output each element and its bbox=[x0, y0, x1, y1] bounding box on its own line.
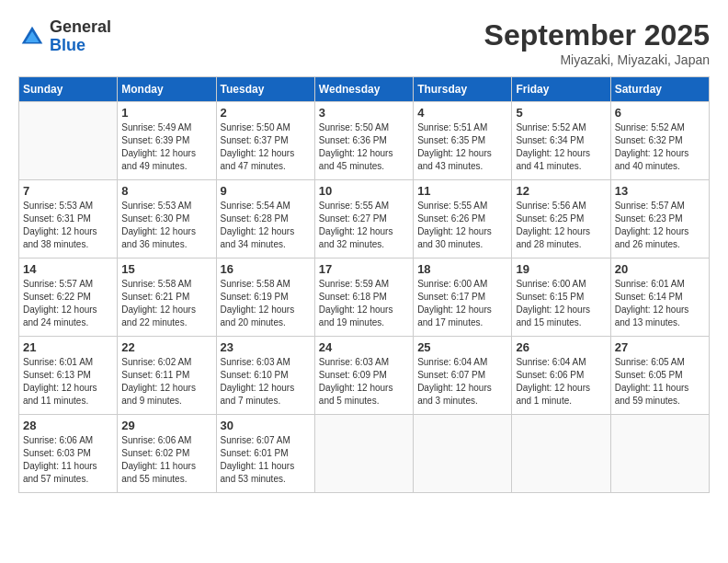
day-cell bbox=[610, 415, 709, 493]
day-cell: 1Sunrise: 5:49 AM Sunset: 6:39 PM Daylig… bbox=[118, 102, 216, 180]
day-cell: 22Sunrise: 6:02 AM Sunset: 6:11 PM Dayli… bbox=[118, 337, 216, 415]
day-cell bbox=[19, 102, 118, 180]
weekday-header-row: SundayMondayTuesdayWednesdayThursdayFrid… bbox=[19, 77, 710, 102]
month-title: September 2025 bbox=[484, 18, 710, 52]
day-cell: 30Sunrise: 6:07 AM Sunset: 6:01 PM Dayli… bbox=[216, 415, 314, 493]
title-area: September 2025 Miyazaki, Miyazaki, Japan bbox=[484, 18, 710, 67]
logo: General Blue bbox=[18, 18, 111, 55]
day-cell: 27Sunrise: 6:05 AM Sunset: 6:05 PM Dayli… bbox=[610, 337, 709, 415]
day-info: Sunrise: 5:56 AM Sunset: 6:25 PM Dayligh… bbox=[516, 200, 606, 251]
day-number: 8 bbox=[121, 184, 211, 198]
day-info: Sunrise: 6:03 AM Sunset: 6:10 PM Dayligh… bbox=[221, 356, 311, 408]
day-info: Sunrise: 6:03 AM Sunset: 6:09 PM Dayligh… bbox=[319, 356, 409, 408]
day-number: 17 bbox=[319, 262, 409, 276]
day-cell: 18Sunrise: 6:00 AM Sunset: 6:17 PM Dayli… bbox=[414, 259, 512, 337]
weekday-header-sunday: Sunday bbox=[19, 77, 118, 102]
day-info: Sunrise: 5:50 AM Sunset: 6:37 PM Dayligh… bbox=[221, 121, 311, 173]
weekday-header-thursday: Thursday bbox=[414, 77, 512, 102]
day-info: Sunrise: 5:55 AM Sunset: 6:26 PM Dayligh… bbox=[417, 200, 507, 251]
day-number: 1 bbox=[121, 106, 211, 120]
day-cell: 12Sunrise: 5:56 AM Sunset: 6:25 PM Dayli… bbox=[512, 180, 610, 259]
weekday-header-wednesday: Wednesday bbox=[314, 77, 413, 102]
day-number: 27 bbox=[615, 340, 705, 354]
day-info: Sunrise: 5:55 AM Sunset: 6:27 PM Dayligh… bbox=[319, 200, 409, 251]
day-cell bbox=[512, 415, 610, 493]
day-info: Sunrise: 6:04 AM Sunset: 6:06 PM Dayligh… bbox=[516, 356, 606, 408]
day-info: Sunrise: 5:52 AM Sunset: 6:34 PM Dayligh… bbox=[516, 121, 606, 173]
day-cell: 26Sunrise: 6:04 AM Sunset: 6:06 PM Dayli… bbox=[512, 337, 610, 415]
weekday-header-tuesday: Tuesday bbox=[216, 77, 314, 102]
day-number: 5 bbox=[516, 106, 606, 120]
day-info: Sunrise: 5:51 AM Sunset: 6:35 PM Dayligh… bbox=[417, 121, 507, 173]
day-number: 28 bbox=[23, 419, 113, 432]
day-cell bbox=[414, 415, 512, 493]
day-number: 14 bbox=[23, 262, 113, 276]
day-number: 18 bbox=[417, 262, 507, 276]
day-number: 16 bbox=[221, 262, 311, 276]
day-cell: 3Sunrise: 5:50 AM Sunset: 6:36 PM Daylig… bbox=[314, 102, 413, 180]
day-number: 2 bbox=[221, 106, 311, 120]
day-number: 6 bbox=[615, 106, 705, 120]
day-cell: 24Sunrise: 6:03 AM Sunset: 6:09 PM Dayli… bbox=[314, 337, 413, 415]
day-info: Sunrise: 6:00 AM Sunset: 6:17 PM Dayligh… bbox=[417, 278, 507, 329]
day-info: Sunrise: 5:57 AM Sunset: 6:23 PM Dayligh… bbox=[615, 200, 705, 251]
day-info: Sunrise: 5:52 AM Sunset: 6:32 PM Dayligh… bbox=[615, 121, 705, 173]
day-number: 24 bbox=[319, 340, 409, 354]
day-number: 11 bbox=[417, 184, 507, 198]
day-number: 25 bbox=[417, 340, 507, 354]
day-cell: 9Sunrise: 5:54 AM Sunset: 6:28 PM Daylig… bbox=[216, 180, 314, 259]
weekday-header-friday: Friday bbox=[512, 77, 610, 102]
day-cell: 2Sunrise: 5:50 AM Sunset: 6:37 PM Daylig… bbox=[216, 102, 314, 180]
day-cell: 13Sunrise: 5:57 AM Sunset: 6:23 PM Dayli… bbox=[610, 180, 709, 259]
day-cell: 21Sunrise: 6:01 AM Sunset: 6:13 PM Dayli… bbox=[19, 337, 118, 415]
day-info: Sunrise: 5:58 AM Sunset: 6:21 PM Dayligh… bbox=[121, 278, 211, 329]
day-info: Sunrise: 6:01 AM Sunset: 6:13 PM Dayligh… bbox=[23, 356, 113, 408]
logo-text: General Blue bbox=[50, 18, 111, 55]
day-info: Sunrise: 6:00 AM Sunset: 6:15 PM Dayligh… bbox=[516, 278, 606, 329]
day-cell: 10Sunrise: 5:55 AM Sunset: 6:27 PM Dayli… bbox=[314, 180, 413, 259]
day-cell: 16Sunrise: 5:58 AM Sunset: 6:19 PM Dayli… bbox=[216, 259, 314, 337]
day-number: 15 bbox=[121, 262, 211, 276]
day-cell: 4Sunrise: 5:51 AM Sunset: 6:35 PM Daylig… bbox=[414, 102, 512, 180]
day-number: 13 bbox=[615, 184, 705, 198]
day-cell: 11Sunrise: 5:55 AM Sunset: 6:26 PM Dayli… bbox=[414, 180, 512, 259]
day-number: 3 bbox=[319, 106, 409, 120]
day-info: Sunrise: 5:49 AM Sunset: 6:39 PM Dayligh… bbox=[121, 121, 211, 173]
day-cell: 14Sunrise: 5:57 AM Sunset: 6:22 PM Dayli… bbox=[19, 259, 118, 337]
day-info: Sunrise: 6:06 AM Sunset: 6:03 PM Dayligh… bbox=[23, 434, 113, 486]
day-info: Sunrise: 5:53 AM Sunset: 6:30 PM Dayligh… bbox=[121, 200, 211, 251]
day-number: 9 bbox=[221, 184, 311, 198]
day-info: Sunrise: 5:53 AM Sunset: 6:31 PM Dayligh… bbox=[23, 200, 113, 251]
day-number: 29 bbox=[121, 419, 211, 432]
day-info: Sunrise: 6:05 AM Sunset: 6:05 PM Dayligh… bbox=[615, 356, 705, 408]
logo-general-text: General bbox=[50, 18, 111, 37]
day-cell: 25Sunrise: 6:04 AM Sunset: 6:07 PM Dayli… bbox=[414, 337, 512, 415]
day-cell: 6Sunrise: 5:52 AM Sunset: 6:32 PM Daylig… bbox=[610, 102, 709, 180]
logo-blue-text: Blue bbox=[50, 37, 111, 55]
day-cell: 19Sunrise: 6:00 AM Sunset: 6:15 PM Dayli… bbox=[512, 259, 610, 337]
day-number: 4 bbox=[417, 106, 507, 120]
day-cell: 8Sunrise: 5:53 AM Sunset: 6:30 PM Daylig… bbox=[118, 180, 216, 259]
week-row-5: 28Sunrise: 6:06 AM Sunset: 6:03 PM Dayli… bbox=[19, 415, 710, 493]
day-number: 7 bbox=[23, 184, 113, 198]
day-cell: 29Sunrise: 6:06 AM Sunset: 6:02 PM Dayli… bbox=[118, 415, 216, 493]
day-cell: 17Sunrise: 5:59 AM Sunset: 6:18 PM Dayli… bbox=[314, 259, 413, 337]
day-number: 10 bbox=[319, 184, 409, 198]
day-cell: 5Sunrise: 5:52 AM Sunset: 6:34 PM Daylig… bbox=[512, 102, 610, 180]
day-info: Sunrise: 6:02 AM Sunset: 6:11 PM Dayligh… bbox=[121, 356, 211, 408]
day-number: 22 bbox=[121, 340, 211, 354]
week-row-4: 21Sunrise: 6:01 AM Sunset: 6:13 PM Dayli… bbox=[19, 337, 710, 415]
day-cell: 20Sunrise: 6:01 AM Sunset: 6:14 PM Dayli… bbox=[610, 259, 709, 337]
day-info: Sunrise: 5:54 AM Sunset: 6:28 PM Dayligh… bbox=[221, 200, 311, 251]
day-cell: 7Sunrise: 5:53 AM Sunset: 6:31 PM Daylig… bbox=[19, 180, 118, 259]
location: Miyazaki, Miyazaki, Japan bbox=[484, 52, 710, 67]
day-cell: 15Sunrise: 5:58 AM Sunset: 6:21 PM Dayli… bbox=[118, 259, 216, 337]
day-info: Sunrise: 5:59 AM Sunset: 6:18 PM Dayligh… bbox=[319, 278, 409, 329]
day-cell: 23Sunrise: 6:03 AM Sunset: 6:10 PM Dayli… bbox=[216, 337, 314, 415]
day-number: 21 bbox=[23, 340, 113, 354]
day-number: 20 bbox=[615, 262, 705, 276]
calendar: SundayMondayTuesdayWednesdayThursdayFrid… bbox=[18, 76, 710, 493]
day-info: Sunrise: 6:07 AM Sunset: 6:01 PM Dayligh… bbox=[221, 434, 311, 486]
day-cell bbox=[314, 415, 413, 493]
weekday-header-saturday: Saturday bbox=[610, 77, 709, 102]
